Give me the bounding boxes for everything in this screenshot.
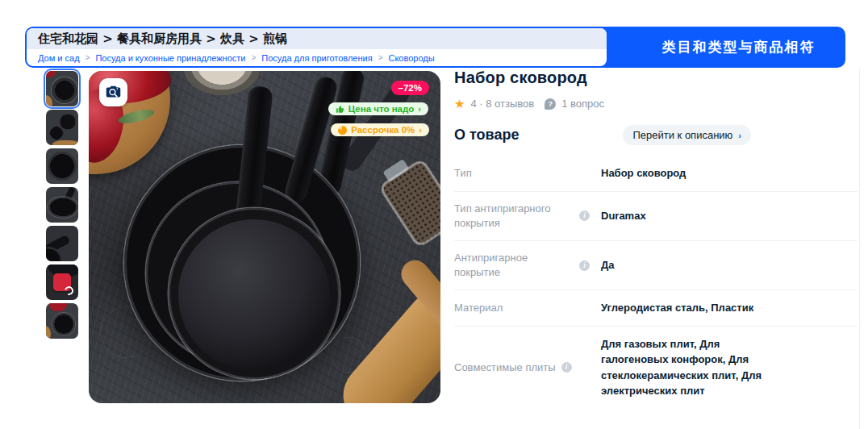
tangerine-icon bbox=[338, 126, 347, 135]
chevron-right-icon: › bbox=[738, 131, 741, 140]
thumbnail-5[interactable] bbox=[46, 226, 78, 261]
star-icon: ★ bbox=[454, 98, 465, 110]
good-price-label: Цена что надо bbox=[348, 104, 415, 114]
thumbnail-7[interactable] bbox=[46, 303, 78, 339]
category-banner: 住宅和花园 > 餐具和厨房用具 > 炊具 > 煎锅 Дом и сад > По… bbox=[25, 27, 845, 68]
product-title: Набор сковород bbox=[454, 69, 859, 87]
question-bubble-icon: ? bbox=[545, 98, 556, 110]
breadcrumb-separator-icon: > bbox=[251, 53, 256, 62]
photo-search-button[interactable] bbox=[99, 78, 127, 106]
table-row: Тип антипригарного покрытия i Duramax bbox=[454, 192, 858, 241]
attr-value: Углеродистая сталь, Пластик bbox=[601, 300, 770, 316]
breadcrumb-separator-icon: > bbox=[86, 53, 90, 62]
attr-value: Набор сковород bbox=[601, 165, 770, 181]
attr-label: Антипригарное покрытие i bbox=[454, 251, 601, 280]
product-page: 住宅和花园 > 餐具和厨房用具 > 炊具 > 煎锅 Дом и сад > По… bbox=[0, 0, 868, 429]
table-row: Материал Углеродистая сталь, Пластик bbox=[454, 290, 858, 327]
info-icon[interactable]: i bbox=[579, 260, 590, 271]
installment-label: Рассрочка 0% bbox=[351, 125, 415, 135]
about-title: О товаре bbox=[454, 127, 519, 144]
go-to-description-label: Перейти к описанию bbox=[632, 129, 732, 141]
brand-badge-icon bbox=[53, 273, 71, 291]
discount-badge: –72% bbox=[391, 81, 429, 95]
attr-label: Материал bbox=[454, 301, 601, 315]
info-icon[interactable]: i bbox=[579, 210, 590, 221]
main-product-image[interactable]: –72% Цена что надо › Рассрочка 0% › bbox=[89, 71, 440, 403]
thumbnail-2[interactable] bbox=[46, 110, 78, 145]
table-row: Антипригарное покрытие i Да bbox=[454, 241, 858, 290]
breadcrumb-link-dishes[interactable]: Посуда и кухонные принадлежности bbox=[95, 53, 245, 63]
attr-value: Duramax bbox=[601, 208, 770, 224]
category-match-verdict: 类目和类型与商品相符 bbox=[632, 27, 845, 68]
panel-divider bbox=[859, 69, 860, 429]
breadcrumb-cn[interactable]: 住宅和花园 > 餐具和厨房用具 > 炊具 > 煎锅 bbox=[27, 28, 607, 49]
chevron-right-icon: › bbox=[418, 104, 421, 114]
breadcrumb-box: 住宅和花园 > 餐具和厨房用具 > 炊具 > 煎锅 Дом и сад > По… bbox=[27, 28, 607, 66]
thumbnail-3[interactable] bbox=[46, 148, 78, 184]
product-info-panel: Набор сковород ★ 4 · 8 отзывов ? 1 вопро… bbox=[454, 69, 859, 409]
discount-value: –72% bbox=[399, 83, 422, 93]
breadcrumb-ru: Дом и сад > Посуда и кухонные принадлежн… bbox=[27, 49, 607, 66]
rating-row: ★ 4 · 8 отзывов ? 1 вопрос bbox=[454, 98, 859, 110]
thumbnail-rail bbox=[46, 71, 78, 339]
thumbnail-6[interactable] bbox=[46, 264, 78, 300]
thumbnail-4[interactable] bbox=[46, 187, 78, 223]
breadcrumb-link-cookware[interactable]: Посуда для приготовления bbox=[261, 53, 372, 63]
questions-link[interactable]: 1 вопрос bbox=[561, 98, 604, 110]
attr-value: Для газовых плит, Для галогеновых конфор… bbox=[601, 336, 770, 399]
chevron-right-icon: › bbox=[419, 125, 422, 135]
attr-label: Совместимые плиты i bbox=[454, 360, 601, 375]
attr-value: Да bbox=[601, 257, 770, 273]
good-price-badge[interactable]: Цена что надо › bbox=[328, 102, 428, 115]
pan-interior-graphic bbox=[178, 219, 330, 371]
reviews-link[interactable]: 4 · 8 отзывов bbox=[470, 98, 534, 110]
attr-label: Тип антипригарного покрытия i bbox=[454, 202, 601, 231]
table-row: Тип Набор сковород bbox=[454, 156, 858, 192]
thumbnail-1-selected[interactable] bbox=[46, 71, 78, 106]
attr-label: Тип bbox=[454, 166, 601, 181]
table-row: Совместимые плиты i Для газовых плит, Дл… bbox=[454, 327, 858, 409]
breadcrumb-link-pans[interactable]: Сковороды bbox=[388, 53, 434, 63]
about-section-header: О товаре Перейти к описанию › bbox=[454, 125, 751, 145]
breadcrumb-link-home[interactable]: Дом и сад bbox=[38, 53, 80, 63]
info-icon[interactable]: i bbox=[561, 362, 572, 373]
thumbs-up-icon bbox=[336, 105, 344, 114]
camera-search-icon bbox=[105, 84, 122, 101]
go-to-description-button[interactable]: Перейти к описанию › bbox=[623, 125, 751, 145]
breadcrumb-separator-icon: > bbox=[378, 53, 383, 62]
installment-badge[interactable]: Рассрочка 0% › bbox=[331, 123, 429, 136]
attributes-table: Тип Набор сковород Тип антипригарного по… bbox=[454, 156, 858, 409]
